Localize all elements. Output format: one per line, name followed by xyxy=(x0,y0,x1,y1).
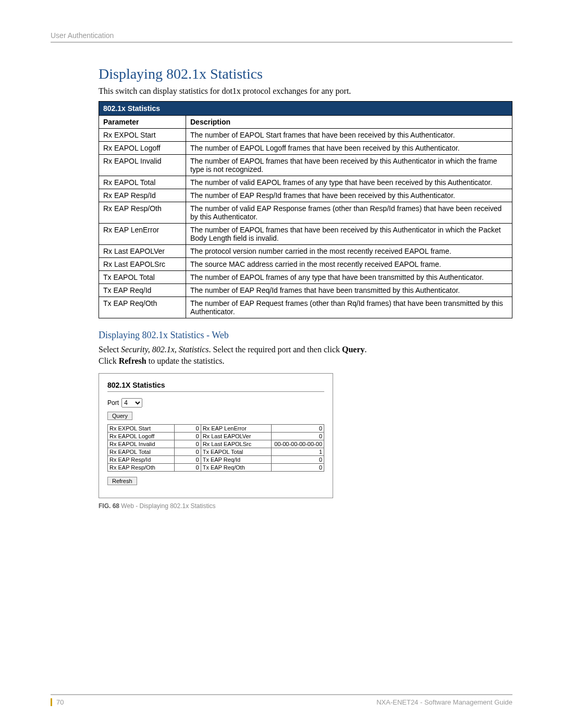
stats-row: Rx EAPOL Total0Tx EAPOL Total1 xyxy=(108,448,324,456)
description-cell: The number of EAP Req/Id frames that hav… xyxy=(186,284,512,297)
description-cell: The number of EAP Request frames (other … xyxy=(186,297,512,318)
parameter-cell: Rx Last EAPOLVer xyxy=(99,245,186,258)
parameter-cell: Tx EAPOL Total xyxy=(99,271,186,284)
parameter-cell: Rx EXPOL Start xyxy=(99,129,186,142)
table-row: Rx EAPOL LogoffThe number of EAPOL Logof… xyxy=(99,142,512,155)
stat-value: 0 xyxy=(272,456,324,464)
doc-title: NXA-ENET24 - Software Management Guide xyxy=(376,698,512,706)
figure-stats-table: Rx EXPOL Start0Rx EAP LenError0Rx EAPOL … xyxy=(107,424,324,472)
stats-row: Rx EAP Resp/Oth0Tx EAP Req/Oth0 xyxy=(108,464,324,472)
figure-panel: 802.1X Statistics Port 4 Query Rx EXPOL … xyxy=(99,373,333,498)
description-cell: The number of EAPOL frames of any type t… xyxy=(186,271,512,284)
stat-value: 0 xyxy=(174,425,201,433)
stats-row: Rx EAPOL Invalid0Rx Last EAPOLSrc00-00-0… xyxy=(108,440,324,448)
stats-row: Rx EAP Resp/Id0Tx EAP Req/Id0 xyxy=(108,456,324,464)
description-cell: The protocol version number carried in t… xyxy=(186,245,512,258)
description-cell: The number of EAPOL frames that have bee… xyxy=(186,224,512,245)
page-number: 70 xyxy=(51,698,64,706)
parameter-cell: Rx EAP Resp/Id xyxy=(99,189,186,202)
figure-rule xyxy=(107,391,324,392)
header-section: User Authentication xyxy=(51,31,512,40)
figure-title: 802.1X Statistics xyxy=(107,381,324,389)
stat-value: 0 xyxy=(174,440,201,448)
stat-value: 0 xyxy=(174,456,201,464)
table-row: Rx EAPOL TotalThe number of valid EAPOL … xyxy=(99,176,512,189)
stat-name: Rx Last EAPOLVer xyxy=(201,433,271,440)
table-row: Rx EAP Resp/IdThe number of EAP Resp/Id … xyxy=(99,189,512,202)
stat-name: Tx EAPOL Total xyxy=(201,448,271,456)
parameter-cell: Tx EAP Req/Oth xyxy=(99,297,186,318)
description-cell: The number of EAPOL frames that have bee… xyxy=(186,155,512,176)
stat-name: Rx EAP LenError xyxy=(201,425,271,433)
stat-name: Rx EAP Resp/Id xyxy=(108,456,175,464)
parameter-cell: Tx EAP Req/Id xyxy=(99,284,186,297)
parameter-cell: Rx EAP Resp/Oth xyxy=(99,202,186,224)
stat-name: Tx EAP Req/Id xyxy=(201,456,271,464)
parameter-cell: Rx EAP LenError xyxy=(99,224,186,245)
figure-caption: FIG. 68 Web - Displaying 802.1x Statisti… xyxy=(99,502,512,510)
stat-value: 1 xyxy=(272,448,324,456)
table-row: Rx Last EAPOLVerThe protocol version num… xyxy=(99,245,512,258)
table-row: Rx EAP LenErrorThe number of EAPOL frame… xyxy=(99,224,512,245)
col-description: Description xyxy=(186,116,512,129)
parameter-cell: Rx Last EAPOLSrc xyxy=(99,258,186,271)
table-row: Tx EAP Req/IdThe number of EAP Req/Id fr… xyxy=(99,284,512,297)
table-row: Rx EAPOL InvalidThe number of EAPOL fram… xyxy=(99,155,512,176)
stat-value: 0 xyxy=(174,464,201,472)
port-label: Port xyxy=(107,399,119,406)
stat-name: Rx EAPOL Logoff xyxy=(108,433,175,440)
stat-name: Rx Last EAPOLSrc xyxy=(201,440,271,448)
stat-name: Rx EXPOL Start xyxy=(108,425,175,433)
table-row: Rx EAP Resp/OthThe number of valid EAP R… xyxy=(99,202,512,224)
table-row: Tx EAPOL TotalThe number of EAPOL frames… xyxy=(99,271,512,284)
description-cell: The number of EAPOL Logoff frames that h… xyxy=(186,142,512,155)
parameter-cell: Rx EAPOL Invalid xyxy=(99,155,186,176)
step-2: Click Refresh to update the statistics. xyxy=(99,356,512,366)
stat-value: 0 xyxy=(174,448,201,456)
statistics-table: Parameter Description Rx EXPOL StartThe … xyxy=(99,115,512,318)
refresh-button[interactable]: Refresh xyxy=(107,477,137,485)
stats-row: Rx EXPOL Start0Rx EAP LenError0 xyxy=(108,425,324,433)
stat-value: 00-00-00-00-00-00 xyxy=(272,440,324,448)
stat-name: Tx EAP Req/Oth xyxy=(201,464,271,472)
description-cell: The number of valid EAPOL frames of any … xyxy=(186,176,512,189)
stat-name: Rx EAPOL Invalid xyxy=(108,440,175,448)
header-rule xyxy=(51,42,512,43)
col-parameter: Parameter xyxy=(99,116,186,129)
stat-value: 0 xyxy=(272,425,324,433)
parameter-cell: Rx EAPOL Logoff xyxy=(99,142,186,155)
description-cell: The source MAC address carried in the mo… xyxy=(186,258,512,271)
stat-value: 0 xyxy=(272,464,324,472)
intro-text: This switch can display statistics for d… xyxy=(99,87,512,96)
stats-row: Rx EAPOL Logoff0Rx Last EAPOLVer0 xyxy=(108,433,324,440)
step-1: Select Security, 802.1x, Statistics. Sel… xyxy=(99,345,512,354)
table-row: Rx EXPOL StartThe number of EAPOL Start … xyxy=(99,129,512,142)
stat-value: 0 xyxy=(272,433,324,440)
description-cell: The number of EAPOL Start frames that ha… xyxy=(186,129,512,142)
query-button[interactable]: Query xyxy=(107,412,132,420)
stat-name: Rx EAP Resp/Oth xyxy=(108,464,175,472)
port-select[interactable]: 4 xyxy=(121,398,142,408)
page-title: Displaying 802.1x Statistics xyxy=(99,66,512,82)
table-row: Rx Last EAPOLSrcThe source MAC address c… xyxy=(99,258,512,271)
table-row: Tx EAP Req/OthThe number of EAP Request … xyxy=(99,297,512,318)
stat-name: Rx EAPOL Total xyxy=(108,448,175,456)
table-title-bar: 802.1x Statistics xyxy=(99,101,512,115)
subheading: Displaying 802.1x Statistics - Web xyxy=(99,330,512,341)
description-cell: The number of valid EAP Response frames … xyxy=(186,202,512,224)
description-cell: The number of EAP Resp/Id frames that ha… xyxy=(186,189,512,202)
footer-rule xyxy=(51,694,512,695)
parameter-cell: Rx EAPOL Total xyxy=(99,176,186,189)
stat-value: 0 xyxy=(174,433,201,440)
